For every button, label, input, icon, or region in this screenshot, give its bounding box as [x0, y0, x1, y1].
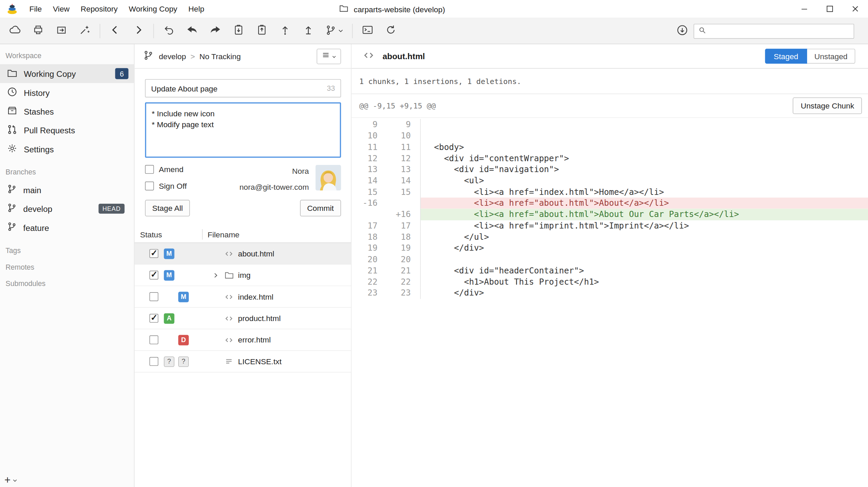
filename-column-header[interactable]: Filename — [202, 230, 239, 239]
stash-save-button[interactable] — [227, 20, 250, 42]
sidebar-item-branch-main[interactable]: main — [0, 181, 134, 199]
amend-option[interactable]: Amend — [145, 165, 187, 174]
search-icon — [698, 26, 706, 36]
file-name: LICENSE.txt — [238, 357, 282, 366]
commit-button[interactable]: Commit — [300, 200, 341, 217]
status-column-header[interactable]: Status — [134, 230, 202, 239]
signoff-option[interactable]: Sign Off — [145, 182, 187, 190]
plus-icon: + — [4, 475, 11, 485]
close-button[interactable] — [842, 0, 868, 18]
stage-checkbox[interactable] — [149, 314, 158, 323]
unstage-chunk-button[interactable]: Unstage Chunk — [793, 97, 862, 114]
diff-line: 1717 <li><a href="imprint.html">Imprint<… — [351, 220, 868, 231]
diff-code-text: <li><a href="about.html">About</a></li> — [421, 198, 868, 209]
staged-status-badge: A — [164, 313, 174, 323]
menu-help[interactable]: Help — [183, 0, 210, 18]
column-divider[interactable] — [202, 229, 203, 240]
commit-arrow-button[interactable] — [273, 20, 297, 42]
download-updates-button[interactable] — [670, 20, 694, 42]
sidebar-section-tags[interactable]: Tags — [0, 242, 134, 259]
sidebar-item-branch-develop[interactable]: develop HEAD — [0, 199, 134, 218]
sidebar-section-submodules[interactable]: Submodules — [0, 276, 134, 292]
forward-button[interactable] — [127, 20, 150, 42]
sidebar-item-working-copy[interactable]: Working Copy 6 — [0, 64, 134, 83]
expand-chevron-icon[interactable] — [212, 271, 224, 279]
diff-code-text: <body> — [421, 141, 868, 153]
sidebar-item-history[interactable]: History — [0, 83, 134, 102]
file-row-index-html[interactable]: M index.html — [134, 286, 351, 307]
open-repository-button[interactable] — [50, 20, 73, 42]
staged-status-badge: M — [164, 248, 174, 259]
branch-options-button[interactable] — [317, 48, 341, 64]
undo-button[interactable] — [157, 20, 180, 42]
diff-code-text — [421, 119, 868, 130]
terminal-button[interactable] — [356, 20, 379, 42]
stage-checkbox[interactable] — [149, 271, 158, 280]
chunk-header-bar: @@ -9,15 +9,15 @@ Unstage Chunk — [351, 94, 868, 118]
diff-scroll-area[interactable]: 99 1010 1111<body> 1212 <div id="content… — [351, 118, 868, 487]
rebase-button[interactable] — [204, 20, 227, 42]
diff-code-text: <div id="navigation"> — [421, 164, 868, 175]
signoff-checkbox[interactable] — [145, 182, 154, 190]
code-file-icon — [224, 335, 234, 345]
merge-button[interactable] — [181, 20, 204, 42]
window-title-text: carparts-website (develop) — [354, 5, 445, 14]
signoff-label: Sign Off — [159, 182, 187, 190]
sidebar-item-pull-requests[interactable]: Pull Requests — [0, 121, 134, 139]
author-avatar[interactable] — [316, 165, 341, 190]
diff-line: 1919 </div> — [351, 242, 868, 254]
stage-checkbox[interactable] — [149, 335, 158, 344]
diff-line: 1818 </ul> — [351, 231, 868, 242]
commit-message-box: * Include new icon * Modify page text — [145, 102, 341, 158]
stage-all-button[interactable]: Stage All — [145, 200, 190, 217]
stage-checkbox[interactable] — [149, 249, 158, 258]
service-wand-button[interactable] — [73, 20, 96, 42]
sidebar-item-settings[interactable]: Settings — [0, 139, 134, 158]
new-line-number: 12 — [378, 153, 411, 164]
toolbar-separator — [352, 24, 353, 38]
maximize-button[interactable] — [817, 0, 842, 18]
fetch-button[interactable] — [3, 20, 27, 42]
stash-apply-button[interactable] — [250, 20, 273, 42]
file-row-license-txt[interactable]: ? ? LICENSE.txt — [134, 351, 351, 372]
sidebar-item-stashes[interactable]: Stashes — [0, 102, 134, 120]
new-line-number: 18 — [378, 231, 411, 242]
breadcrumb-branch[interactable]: develop — [159, 52, 186, 61]
sidebar-section-remotes[interactable]: Remotes — [0, 259, 134, 276]
new-line-number: 21 — [378, 265, 411, 276]
old-line-number: 10 — [351, 130, 377, 141]
branch-dropdown-button[interactable] — [320, 20, 349, 42]
file-row-img[interactable]: M img — [134, 265, 351, 286]
menu-file[interactable]: File — [24, 0, 47, 18]
menu-working-copy[interactable]: Working Copy — [123, 0, 183, 18]
back-button[interactable] — [103, 20, 127, 42]
menu-repository[interactable]: Repository — [75, 0, 123, 18]
stage-checkbox[interactable] — [149, 357, 158, 366]
add-repository-button[interactable]: + — [4, 475, 18, 485]
file-row-product-html[interactable]: A product.html — [134, 308, 351, 329]
amend-checkbox[interactable] — [145, 165, 154, 174]
old-line-number — [351, 209, 377, 220]
commit-message-input[interactable]: * Include new icon * Modify page text — [146, 103, 340, 156]
push-arrow-button[interactable] — [297, 20, 320, 42]
sidebar-item-branch-feature[interactable]: feature — [0, 218, 134, 237]
unstaged-status-badge: D — [178, 335, 189, 345]
refresh-button[interactable] — [379, 20, 402, 42]
new-line-number — [378, 198, 411, 209]
breadcrumb-tracking[interactable]: No Tracking — [199, 52, 241, 61]
sidebar: Workspace Working Copy 6 History Stashes… — [0, 44, 134, 487]
unstaged-tab[interactable]: Unstaged — [807, 49, 855, 64]
menu-view[interactable]: View — [47, 0, 75, 18]
file-row-about-html[interactable]: M about.html — [134, 243, 351, 264]
file-table-header: Status Filename — [134, 226, 351, 243]
commit-subject-input[interactable] — [151, 84, 322, 93]
file-row-error-html[interactable]: D error.html — [134, 329, 351, 351]
stage-checkbox[interactable] — [149, 292, 158, 301]
filled-arrow-right-icon — [209, 23, 222, 39]
print-button[interactable] — [27, 20, 50, 42]
branch-icon — [7, 221, 17, 234]
staged-tab[interactable]: Staged — [765, 49, 807, 64]
search-input[interactable] — [710, 27, 850, 35]
minimize-button[interactable] — [791, 0, 817, 18]
file-name: img — [238, 271, 251, 280]
